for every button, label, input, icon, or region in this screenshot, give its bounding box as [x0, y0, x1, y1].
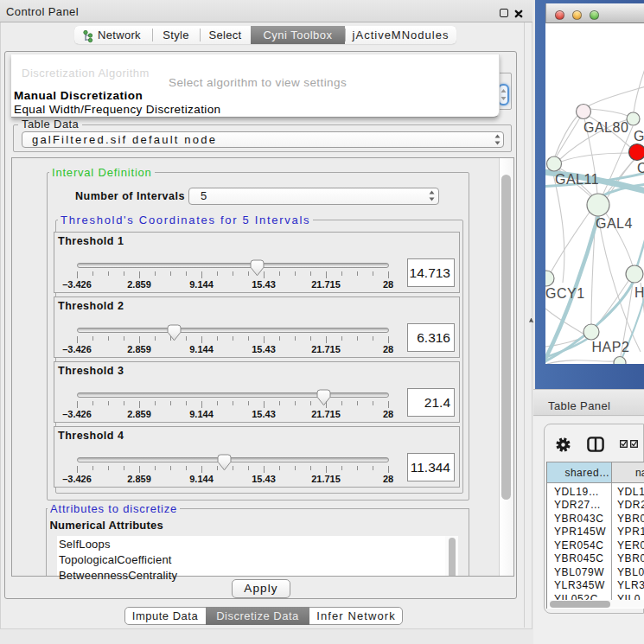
svg-text:GCY1: GCY1 [545, 286, 585, 301]
svg-text:HAP2: HAP2 [592, 340, 630, 354]
svg-text:GA: GA [634, 129, 644, 143]
svg-text:H: H [634, 285, 644, 300]
svg-text:GAL11: GAL11 [555, 172, 599, 187]
svg-text:GAL80: GAL80 [583, 120, 628, 135]
svg-text:GAL4: GAL4 [596, 216, 633, 231]
svg-text:C: C [637, 161, 644, 175]
